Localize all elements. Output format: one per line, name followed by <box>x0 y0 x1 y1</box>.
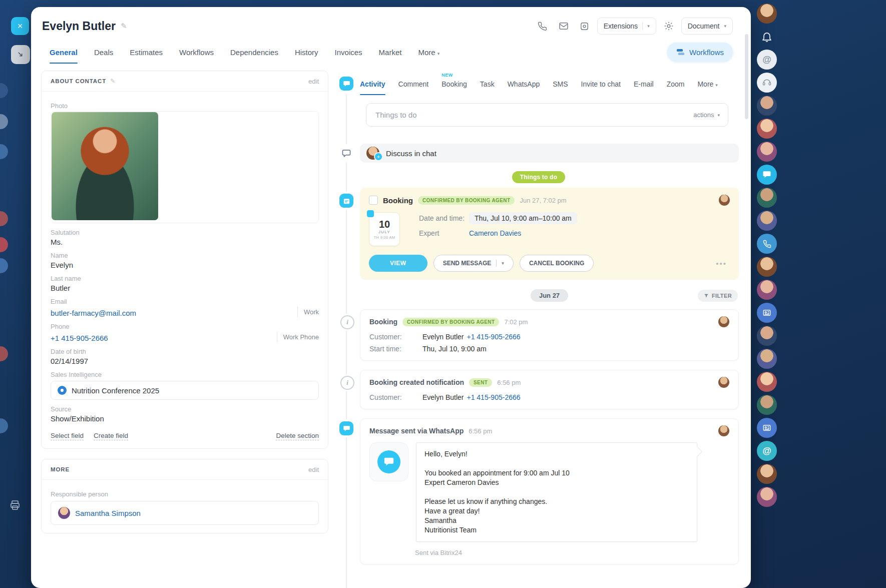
notifications-button[interactable] <box>757 27 777 47</box>
user-avatar[interactable] <box>757 464 777 484</box>
discuss-in-chat-bar[interactable]: + Discuss in chat <box>360 144 739 163</box>
whatsapp-message-entry[interactable]: Message sent via WhatsApp 6:56 pm Hello,… <box>360 418 739 564</box>
user-avatar[interactable] <box>757 326 777 346</box>
tab-activity[interactable]: Activity <box>360 72 385 95</box>
view-button[interactable]: VIEW <box>369 255 427 272</box>
booking-checkbox[interactable] <box>369 196 378 205</box>
email-value[interactable]: butler-farmacy@mail.com <box>51 309 136 317</box>
stage-divider-row: Things to do <box>338 171 739 183</box>
edit-title-icon[interactable]: ✎ <box>121 22 127 31</box>
booking-entry[interactable]: Booking CONFIRMED BY BOOKING AGENT 7:02 … <box>360 309 739 361</box>
timestamp: 6:56 pm <box>497 379 521 386</box>
create-field-link[interactable]: Create field <box>94 432 128 440</box>
sidebar-app-icon[interactable] <box>0 237 8 252</box>
actions-dropdown[interactable]: actions ▾ <box>693 111 720 119</box>
user-avatar[interactable] <box>757 395 777 415</box>
support-icon[interactable] <box>757 73 777 93</box>
sidebar-app-icon[interactable] <box>0 114 8 129</box>
filter-button[interactable]: FILTER <box>698 290 738 302</box>
contact-card-icon[interactable] <box>757 418 777 438</box>
tab-dependencies[interactable]: Dependencies <box>230 41 278 64</box>
timestamp: Jun 27, 7:02 pm <box>520 197 566 204</box>
user-avatar[interactable] <box>757 119 777 139</box>
expert-label: Expert <box>419 229 469 237</box>
dob-value: 02/14/1997 <box>51 357 319 365</box>
tab-booking[interactable]: NEWBooking <box>441 72 467 95</box>
extensions-dropdown[interactable]: Extensions ▾ <box>597 18 656 35</box>
tab-sms[interactable]: SMS <box>553 72 568 95</box>
close-slider-button[interactable]: × <box>11 17 29 35</box>
user-avatar[interactable] <box>757 211 777 231</box>
sidebar-app-icon[interactable] <box>0 83 8 98</box>
chat-icon[interactable] <box>757 165 777 185</box>
sidebar-app-icon[interactable] <box>0 144 8 159</box>
phone-row: +1 415-905-2666 Work Phone <box>51 332 319 342</box>
expert-value[interactable]: Cameron Davies <box>469 229 521 237</box>
tab-invite-to-chat[interactable]: Invite to chat <box>581 72 621 95</box>
chevron-down-icon: ▾ <box>724 24 726 29</box>
customer-label: Customer: <box>369 393 422 401</box>
user-avatar[interactable] <box>757 349 777 369</box>
edit-link[interactable]: edit <box>308 78 319 85</box>
collab-icon[interactable]: @ <box>757 50 777 70</box>
notification-entry[interactable]: Booking created notification SENT 6:56 p… <box>360 370 739 409</box>
more-options-button[interactable]: ••• <box>713 259 730 268</box>
select-field-link[interactable]: Select field <box>51 432 84 440</box>
call-button[interactable] <box>534 18 551 35</box>
sidebar-app-icon[interactable] <box>0 258 8 273</box>
tab-history[interactable]: History <box>295 41 318 64</box>
contact-card-icon[interactable] <box>757 303 777 323</box>
tab-comment[interactable]: Comment <box>398 72 429 95</box>
tab-email[interactable]: E-mail <box>634 72 654 95</box>
send-message-button[interactable]: SEND MESSAGE ▾ <box>433 255 514 272</box>
tab-whatsapp[interactable]: WhatsApp <box>508 72 540 95</box>
delete-section-link[interactable]: Delete section <box>276 432 319 440</box>
document-dropdown[interactable]: Document ▾ <box>681 18 733 35</box>
tab-more[interactable]: More ▾ <box>418 41 439 64</box>
user-avatar[interactable] <box>757 188 777 208</box>
edit-section-icon[interactable]: ✎ <box>110 78 115 85</box>
todo-input[interactable] <box>374 110 693 120</box>
tab-zoom[interactable]: Zoom <box>667 72 685 95</box>
workflows-button[interactable]: Workflows <box>667 43 733 62</box>
user-avatar[interactable] <box>757 96 777 116</box>
section-title: MORE <box>51 466 70 472</box>
entry-body: Customer: Evelyn Butler +1 415-905-2666 … <box>369 333 729 353</box>
phone-value[interactable]: +1 415-905-2666 <box>51 334 108 342</box>
customer-phone[interactable]: +1 415-905-2666 <box>467 393 520 401</box>
scrollbar[interactable] <box>745 34 748 119</box>
user-avatar[interactable] <box>757 280 777 300</box>
tab-timeline-more[interactable]: More ▾ <box>697 72 717 95</box>
tab-deals[interactable]: Deals <box>94 41 113 64</box>
channel-icon[interactable]: @ <box>757 441 777 461</box>
tab-estimates[interactable]: Estimates <box>130 41 163 64</box>
responsible-person-value[interactable]: Samantha Simpson <box>75 509 141 517</box>
message-line: Hello, Evelyn! <box>424 449 689 459</box>
profile-avatar[interactable] <box>757 4 777 24</box>
email-button[interactable] <box>555 18 572 35</box>
tab-market[interactable]: Market <box>379 41 402 64</box>
phone-icon[interactable] <box>757 234 777 254</box>
tab-workflows[interactable]: Workflows <box>179 41 214 64</box>
sidebar-app-icon[interactable] <box>0 346 8 361</box>
tab-task[interactable]: Task <box>480 72 495 95</box>
print-button[interactable] <box>9 499 21 513</box>
tab-invoices[interactable]: Invoices <box>335 41 362 64</box>
collapse-button[interactable] <box>11 45 30 64</box>
settings-button[interactable] <box>660 18 677 35</box>
user-avatar[interactable] <box>757 142 777 162</box>
user-avatar[interactable] <box>757 487 777 507</box>
user-avatar[interactable] <box>757 257 777 277</box>
responsible-person-box[interactable]: Samantha Simpson <box>51 501 319 525</box>
sent-via-label: Sent via Bitrix24 <box>415 549 729 556</box>
sales-intelligence-box[interactable]: Nutrition Conference 2025 <box>51 381 319 400</box>
edit-link[interactable]: edit <box>308 466 319 473</box>
cancel-booking-button[interactable]: CANCEL BOOKING <box>520 255 594 272</box>
sidebar-app-icon[interactable] <box>0 211 8 226</box>
sidebar-app-icon[interactable] <box>0 418 8 433</box>
contact-photo[interactable] <box>52 112 158 220</box>
tab-general[interactable]: General <box>50 41 78 64</box>
user-avatar[interactable] <box>757 372 777 392</box>
customer-phone[interactable]: +1 415-905-2666 <box>467 333 520 341</box>
copilot-button[interactable] <box>576 18 593 35</box>
